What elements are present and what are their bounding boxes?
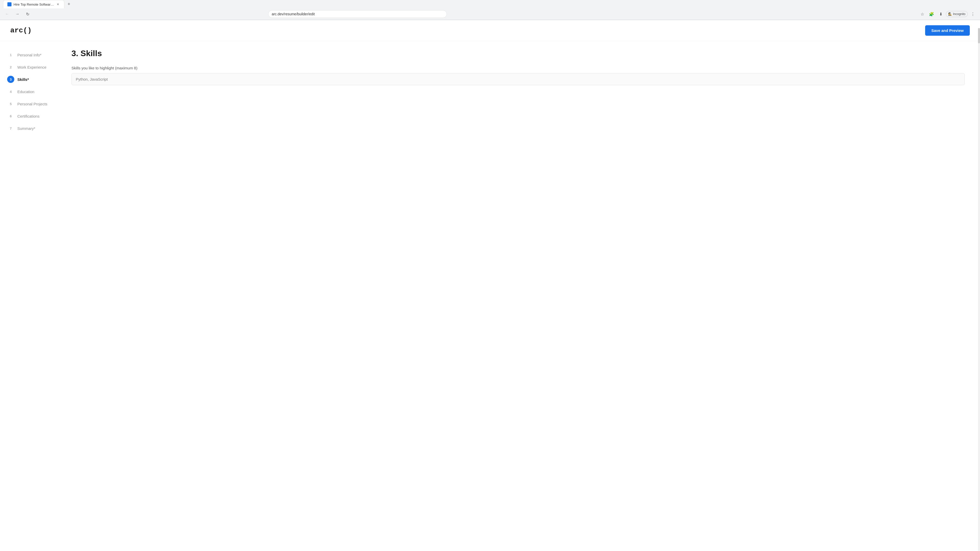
section-number: 3. — [72, 49, 78, 58]
bookmark-button[interactable]: ☆ — [918, 10, 926, 18]
address-bar[interactable]: arc.dev/resume/builder/edit — [268, 10, 447, 18]
sidebar-item-personal-projects[interactable]: 5 Personal Projects — [5, 98, 51, 110]
step-number-1: 1 — [7, 51, 14, 59]
back-button[interactable]: ← — [3, 10, 11, 18]
app-logo: arc() — [10, 27, 32, 35]
step-number-6: 6 — [7, 113, 14, 120]
forward-button[interactable]: → — [13, 10, 21, 18]
sidebar-label-personal-projects: Personal Projects — [18, 102, 48, 106]
save-preview-button[interactable]: Save and Preview — [925, 25, 970, 36]
download-button[interactable]: ⬇ — [937, 10, 945, 18]
incognito-badge: 🕵 Incognito — [946, 11, 968, 17]
sidebar-item-work-experience[interactable]: 2 Work Experience — [5, 61, 51, 73]
step-number-4: 4 — [7, 88, 14, 95]
step-number-2: 2 — [7, 64, 14, 71]
sidebar-item-personal-info[interactable]: 1 Personal Info* — [5, 49, 51, 61]
step-number-3: 3 — [7, 76, 14, 83]
browser-chrome: Hire Top Remote Software Dev... ✕ + ← → … — [0, 0, 980, 20]
skills-input[interactable] — [72, 73, 965, 85]
new-tab-button[interactable]: + — [65, 1, 73, 8]
sidebar-item-education[interactable]: 4 Education — [5, 86, 51, 98]
sidebar-nav: 1 Personal Info* 2 Work Experience 3 Ski… — [0, 41, 56, 543]
sidebar-label-certifications: Certifications — [18, 114, 40, 118]
browser-toolbar: ← → ↻ arc.dev/resume/builder/edit ☆ 🧩 ⬇ … — [0, 8, 980, 20]
section-heading: 3. Skills — [72, 49, 965, 58]
sidebar-label-work-experience: Work Experience — [18, 65, 46, 69]
sidebar-item-skills[interactable]: 3 Skills* — [5, 73, 51, 86]
step-number-5: 5 — [7, 100, 14, 107]
incognito-label: Incognito — [953, 12, 966, 16]
menu-button[interactable]: ⋮ — [969, 10, 977, 18]
step-number-7: 7 — [7, 125, 14, 132]
app-header: arc() Save and Preview — [0, 20, 980, 41]
extensions-button[interactable]: 🧩 — [928, 10, 935, 18]
main-layout: 1 Personal Info* 2 Work Experience 3 Ski… — [0, 41, 980, 543]
skills-description: Skills you like to highlight (maximum 8) — [72, 66, 965, 70]
main-content: 3. Skills Skills you like to highlight (… — [56, 41, 980, 543]
scrollbar-thumb — [978, 41, 980, 43]
incognito-icon: 🕵 — [948, 12, 952, 16]
sidebar-item-summary[interactable]: 7 Summary* — [5, 122, 51, 135]
page-content: arc() Save and Preview 1 Personal Info* … — [0, 20, 980, 543]
sidebar-item-certifications[interactable]: 6 Certifications — [5, 110, 51, 122]
reload-button[interactable]: ↻ — [24, 10, 32, 18]
tab-close-button[interactable]: ✕ — [56, 2, 60, 6]
sidebar-label-skills: Skills* — [18, 77, 29, 82]
tab-title: Hire Top Remote Software Dev... — [14, 3, 54, 6]
tab-favicon — [7, 2, 11, 6]
sidebar-label-summary: Summary* — [18, 126, 35, 130]
url-text: arc.dev/resume/builder/edit — [272, 12, 444, 16]
toolbar-actions: ☆ 🧩 ⬇ 🕵 Incognito ⋮ — [918, 10, 977, 18]
sidebar-label-education: Education — [18, 89, 35, 94]
sidebar-label-personal-info: Personal Info* — [18, 53, 41, 57]
section-title-text: Skills — [81, 49, 102, 58]
tab-bar: Hire Top Remote Software Dev... ✕ + — [0, 0, 980, 8]
active-tab[interactable]: Hire Top Remote Software Dev... ✕ — [3, 0, 64, 8]
scrollbar[interactable] — [978, 41, 980, 543]
